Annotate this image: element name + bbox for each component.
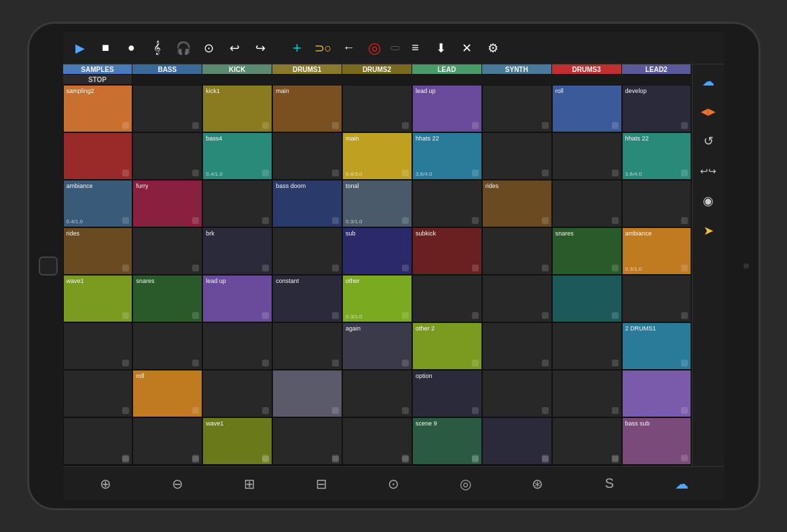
link-button[interactable]: ⊃○ (313, 38, 333, 58)
col-header-kick[interactable]: KICK (202, 64, 272, 75)
cell-r4-c8[interactable] (272, 322, 342, 370)
cell-r7-c9[interactable] (552, 465, 622, 466)
cell-r5-c5[interactable]: roll (132, 370, 202, 417)
cell-r2-c5[interactable] (552, 180, 622, 227)
bottom-btn-record-lock[interactable]: ⊙ (382, 472, 406, 496)
col-header-lead[interactable]: LEAD (412, 64, 482, 75)
cell-r1-c9[interactable]: furry (132, 180, 202, 227)
col-header-lead2[interactable]: LEAD2 (622, 64, 692, 75)
cell-r4-c1[interactable] (412, 275, 482, 322)
cell-r5-c6[interactable] (202, 370, 272, 417)
record-button[interactable]: ● (122, 38, 142, 58)
cell-r2-c0[interactable] (202, 180, 272, 227)
cell-r3-c0[interactable] (272, 227, 342, 275)
cell-r4-c5[interactable] (63, 322, 133, 370)
bottom-btn-info[interactable]: ◎ (454, 472, 478, 496)
cell-r0-c2[interactable]: kick1 (202, 85, 272, 132)
cell-r7-c1[interactable]: bass sub (622, 417, 692, 465)
cell-r4-c4[interactable] (622, 275, 692, 322)
settings-button[interactable]: ⚙ (483, 38, 503, 58)
col-header-bass[interactable]: BASS (132, 64, 202, 75)
cell-r5-c1[interactable] (482, 322, 552, 370)
cell-r6-c1[interactable] (552, 370, 622, 417)
cell-r1-c1[interactable]: bass40.4/1.0 (202, 132, 272, 180)
cell-r0-c9[interactable] (63, 132, 133, 180)
cell-r3-c7[interactable]: snares (132, 275, 202, 322)
cell-r4-c6[interactable] (132, 322, 202, 370)
cell-r4-c0[interactable]: other0.3/1.0 (342, 275, 412, 322)
cell-r5-c7[interactable] (272, 370, 342, 417)
col-header-synth[interactable]: SYNTH (482, 64, 552, 75)
cell-r1-c0[interactable] (132, 132, 202, 180)
cell-r3-c1[interactable]: sub (342, 227, 412, 275)
cell-r7-c5[interactable]: lead up (272, 465, 342, 466)
cell-r0-c0[interactable]: sampling2 (63, 85, 133, 132)
cell-r7-c4[interactable] (202, 465, 272, 466)
col-header-samples[interactable]: SAMPLES (63, 64, 133, 75)
headphone-button[interactable]: 🎧 (173, 38, 194, 58)
back-button[interactable]: ← (339, 38, 359, 58)
cell-r0-c1[interactable] (132, 85, 202, 132)
new-button[interactable] (390, 46, 400, 50)
cell-r1-c5[interactable] (482, 132, 552, 180)
cell-r1-c2[interactable] (272, 132, 342, 180)
cell-r2-c4[interactable]: rides (482, 180, 552, 227)
cell-r3-c3[interactable] (482, 227, 552, 275)
cell-r5-c3[interactable]: 2 DRUMS1 (622, 322, 692, 370)
cell-r2-c6[interactable] (622, 180, 692, 227)
cell-r7-c6[interactable] (342, 465, 412, 466)
cell-r3-c5[interactable]: ambiance0.3/1.0 (622, 227, 692, 275)
bottom-btn-add-zoom-in[interactable]: ⊕ (94, 472, 118, 496)
cell-r0-c4[interactable] (342, 85, 412, 132)
cell-r5-c2[interactable] (552, 322, 622, 370)
cell-r4-c7[interactable] (202, 322, 272, 370)
cell-r4-c9[interactable]: again (342, 322, 412, 370)
cell-r0-c6[interactable] (482, 85, 552, 132)
undo-sidebar-btn[interactable]: ↺ (697, 130, 720, 153)
col-header-drums1[interactable]: DRUMS1 (272, 64, 342, 75)
cell-r1-c6[interactable] (552, 132, 622, 180)
cell-r0-c5[interactable]: lead up (412, 85, 482, 132)
cell-r3-c2[interactable]: subkick (412, 227, 482, 275)
undo-button[interactable]: ↩ (225, 38, 245, 58)
cell-r5-c9[interactable]: option (412, 370, 482, 417)
cell-r2-c7[interactable]: rides (63, 227, 133, 275)
cell-r4-c3[interactable] (552, 275, 622, 322)
arrow-sidebar-btn[interactable]: ➤ (697, 219, 720, 242)
cell-r1-c4[interactable]: hhats 223.6/4.0 (412, 132, 482, 180)
cell-r0-c3[interactable]: main (272, 85, 342, 132)
cell-r4-c2[interactable] (482, 275, 552, 322)
cell-r1-c7[interactable]: hhats 223.6/4.0 (622, 132, 692, 180)
bottom-btn-scenes[interactable]: S (598, 472, 622, 496)
cell-r3-c9[interactable]: constant (272, 275, 342, 322)
eye-sidebar-btn[interactable]: ◉ (697, 189, 720, 212)
cell-r5-c8[interactable] (342, 370, 412, 417)
metro-button[interactable]: 𝄞 (147, 38, 168, 58)
cloud-sidebar-btn[interactable]: ☁ (697, 70, 720, 93)
col-header-drums2[interactable]: DRUMS2 (342, 64, 412, 75)
cell-r6-c2[interactable] (622, 370, 692, 417)
add-button[interactable]: + (287, 38, 308, 58)
cell-r1-c3[interactable]: main0.4/3.0 (342, 132, 412, 180)
bottom-btn-monitor[interactable]: ⊛ (526, 472, 550, 496)
cell-r6-c0[interactable] (482, 370, 552, 417)
download-button[interactable]: ⬇ (431, 38, 452, 58)
cell-r2-c2[interactable]: tonal0.3/1.0 (342, 180, 412, 227)
close-button[interactable]: ✕ (457, 38, 477, 58)
cell-r0-c7[interactable]: roll (552, 85, 622, 132)
bottom-btn-cloud[interactable]: ☁ (670, 472, 694, 496)
circle-button[interactable]: ◎ (365, 38, 385, 58)
redo-button[interactable]: ↪ (251, 38, 271, 58)
cell-r3-c4[interactable]: snares (552, 227, 622, 275)
play-from-button[interactable]: ⊙ (199, 38, 219, 58)
stop-button[interactable]: ■ (96, 38, 116, 58)
cell-r7-c3[interactable] (132, 465, 202, 466)
play-button[interactable]: ▶ (70, 38, 90, 58)
cell-r7-c7[interactable]: lead up (412, 465, 482, 466)
cell-r2-c8[interactable] (132, 227, 202, 275)
cell-r5-c4[interactable] (63, 370, 133, 417)
cell-r7-c2[interactable] (63, 465, 133, 466)
bottom-btn-remove[interactable]: ⊟ (310, 472, 334, 496)
multireturn-sidebar-btn[interactable]: ↩↪ (697, 159, 720, 183)
cell-r1-c8[interactable]: ambiance0.4/1.0 (63, 180, 133, 227)
